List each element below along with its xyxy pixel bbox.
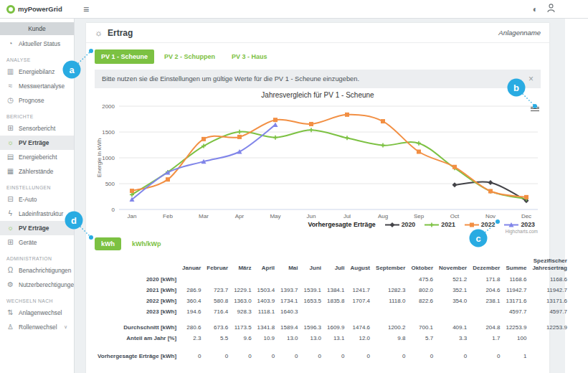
gauge-icon: ◔ bbox=[6, 40, 14, 47]
svg-text:Dec: Dec bbox=[521, 213, 531, 219]
table-cell: 12253.9 bbox=[503, 317, 529, 333]
table-cell: 238.1 bbox=[470, 296, 503, 306]
close-icon[interactable]: × bbox=[528, 75, 534, 83]
legend-item-2022[interactable]: 2022 bbox=[465, 221, 495, 228]
notice-text: Bitte nutzen sie die Einstellungen um gü… bbox=[102, 75, 359, 82]
table-cell: 1363.0 bbox=[231, 296, 254, 306]
contrast-icon[interactable]: ◐ bbox=[533, 5, 538, 14]
sidebar-item-aktueller-status[interactable]: ◔Aktueller Status bbox=[0, 37, 74, 51]
unit-button-kwh-kwp[interactable]: kWh/kWp bbox=[125, 237, 168, 250]
unit-toggle: kWhkWh/kWp bbox=[86, 234, 549, 250]
table-cell: 1241.7 bbox=[347, 285, 373, 296]
user-icon[interactable] bbox=[547, 4, 555, 14]
svg-text:1000: 1000 bbox=[102, 155, 115, 161]
chart-context-menu-icon[interactable] bbox=[531, 105, 539, 112]
meter-icon: ▦ bbox=[6, 168, 14, 175]
sidebar-item-e-auto[interactable]: ⊟E-Auto bbox=[0, 192, 74, 207]
legend-item-2020[interactable]: 2020 bbox=[385, 221, 416, 228]
table-cell: 0 bbox=[324, 344, 347, 362]
empty-header bbox=[95, 255, 179, 274]
sidebar-section-header: EINSTELLUNGEN bbox=[0, 179, 74, 192]
table-cell: 204.6 bbox=[470, 285, 503, 296]
sidebar-section-header: WECHSELN NACH bbox=[0, 292, 74, 306]
table-cell: 1282.3 bbox=[373, 285, 408, 296]
sidebar-item-prognose[interactable]: ◷Prognose bbox=[0, 93, 74, 108]
table-cell: 204.8 bbox=[470, 317, 503, 333]
table-cell: 1341.8 bbox=[255, 317, 278, 333]
legend-item-2021[interactable]: 2021 bbox=[425, 221, 455, 228]
table-cell: 1393.7 bbox=[278, 285, 300, 296]
sidebar-item-label: Aktueller Status bbox=[19, 40, 60, 47]
sidebar-nav: ◔Aktueller StatusANALYSE▥Energiebilanz≈M… bbox=[0, 37, 74, 334]
sidebar-item-z-hlerst-nde[interactable]: ▦Zählerstände bbox=[0, 164, 74, 179]
sidebar-item-sensorbericht[interactable]: ⊞Sensorbericht bbox=[0, 121, 74, 136]
table-cell: 354.0 bbox=[436, 296, 470, 306]
svg-text:500: 500 bbox=[105, 181, 115, 187]
table-cell: 1.7 bbox=[470, 333, 503, 344]
column-header: Oktober bbox=[408, 255, 436, 274]
sidebar-item-messwertanalyse[interactable]: ≈Messwertanalyse bbox=[0, 79, 74, 93]
svg-text:1500: 1500 bbox=[102, 129, 115, 136]
table-cell: 5.5 bbox=[204, 333, 231, 344]
sidebar-item-rollenwechsel[interactable]: ♙Rollenwechsel∨ bbox=[0, 320, 74, 334]
table-cell: 723.7 bbox=[204, 285, 231, 296]
legend-title: Vorhergesagte Erträge bbox=[308, 221, 375, 228]
chart-container: Jahresvergleich für PV 1 - Scheune050010… bbox=[95, 90, 541, 234]
table-cell: 0 bbox=[179, 344, 204, 362]
sidebar-item-pv-ertr-ge[interactable]: ☼PV Erträge bbox=[0, 136, 74, 150]
table-cell: 13.0 bbox=[278, 333, 300, 344]
sidebar-item-label: Nutzerberechtigungen bbox=[19, 281, 75, 288]
triangle-marker-icon bbox=[504, 222, 518, 228]
car-icon: ⊟ bbox=[6, 196, 14, 203]
sidebar-item-energiebericht[interactable]: ▤Energiebericht bbox=[0, 150, 74, 164]
hamburger-menu-icon[interactable]: ≡ bbox=[83, 4, 89, 14]
table-row: Durchschnitt [kWh]280.6673.61173.51341.8… bbox=[95, 317, 570, 333]
unit-button-kwh[interactable]: kWh bbox=[95, 237, 121, 250]
column-header: Dezember bbox=[470, 255, 503, 274]
sidebar-item-label: Energiebericht bbox=[19, 154, 57, 161]
customer-label: Kunde bbox=[0, 22, 74, 35]
app-window: myPowerGrid ≡ ◐ Kunde ◔Aktueller StatusA… bbox=[0, 0, 588, 373]
legend-item-2023[interactable]: 2023 bbox=[504, 221, 535, 228]
logo-text: myPowerGrid bbox=[18, 5, 62, 13]
table-cell: 280.6 bbox=[179, 317, 204, 333]
sidebar-item-label: PV Erträge bbox=[19, 139, 49, 146]
column-header: September bbox=[373, 255, 408, 274]
gear-icon: ⚙ bbox=[6, 281, 14, 288]
sidebar-item-ger-te[interactable]: ⊞Geräte bbox=[0, 235, 74, 250]
column-header: November bbox=[436, 255, 470, 274]
table-cell: 1200.2 bbox=[373, 317, 408, 333]
tab-pv-1-scheune[interactable]: PV 1 - Scheune bbox=[95, 49, 154, 64]
svg-text:Aug: Aug bbox=[378, 213, 388, 219]
sidebar-section-header: ADMINISTRATION bbox=[0, 250, 74, 263]
table-cell: 1118.0 bbox=[373, 296, 408, 306]
column-header: Juli bbox=[324, 255, 347, 274]
table-cell: 822.6 bbox=[408, 296, 436, 306]
sidebar-item-pv-ertr-ge[interactable]: ☼PV Erträge bbox=[0, 221, 74, 235]
table-cell: 802.0 bbox=[408, 285, 436, 296]
sidebar-item-label: Energiebilanz bbox=[19, 68, 54, 75]
bell-icon: Ω bbox=[6, 267, 14, 274]
diamond-marker-icon bbox=[385, 222, 399, 228]
sidebar-item-nutzerberechtigungen[interactable]: ⚙Nutzerberechtigungen bbox=[0, 278, 74, 292]
table-cell: 10.9 bbox=[255, 333, 278, 344]
sidebar-item-anlagenwechsel[interactable]: ⇅Anlagenwechsel bbox=[0, 306, 74, 320]
column-header: April bbox=[255, 255, 278, 274]
column-header: Summe bbox=[503, 255, 529, 274]
sidebar-item-label: Sensorbericht bbox=[19, 125, 55, 132]
table-cell bbox=[529, 333, 569, 344]
sidebar-item-energiebilanz[interactable]: ▥Energiebilanz bbox=[0, 65, 74, 79]
column-header: August bbox=[347, 255, 373, 274]
table-cell bbox=[436, 306, 470, 317]
table-cell: 0 bbox=[408, 344, 436, 362]
table-cell: 1168.6 bbox=[503, 274, 529, 285]
tab-pv-2-schuppen[interactable]: PV 2 - Schuppen bbox=[158, 49, 222, 64]
clock-icon: ◷ bbox=[6, 97, 14, 104]
sidebar-item-ladeinfrastruktur[interactable]: ϟLadeinfrastruktur bbox=[0, 207, 74, 221]
table-cell: 1707.4 bbox=[347, 296, 373, 306]
tab-pv-3-haus[interactable]: PV 3 - Haus bbox=[225, 49, 274, 64]
svg-text:Energie in kWh: Energie in kWh bbox=[96, 138, 103, 177]
table-cell: 1653.5 bbox=[301, 296, 324, 306]
svg-text:2000: 2000 bbox=[102, 103, 115, 110]
sidebar-item-benachrichtigungen[interactable]: ΩBenachrichtigungen bbox=[0, 263, 74, 278]
